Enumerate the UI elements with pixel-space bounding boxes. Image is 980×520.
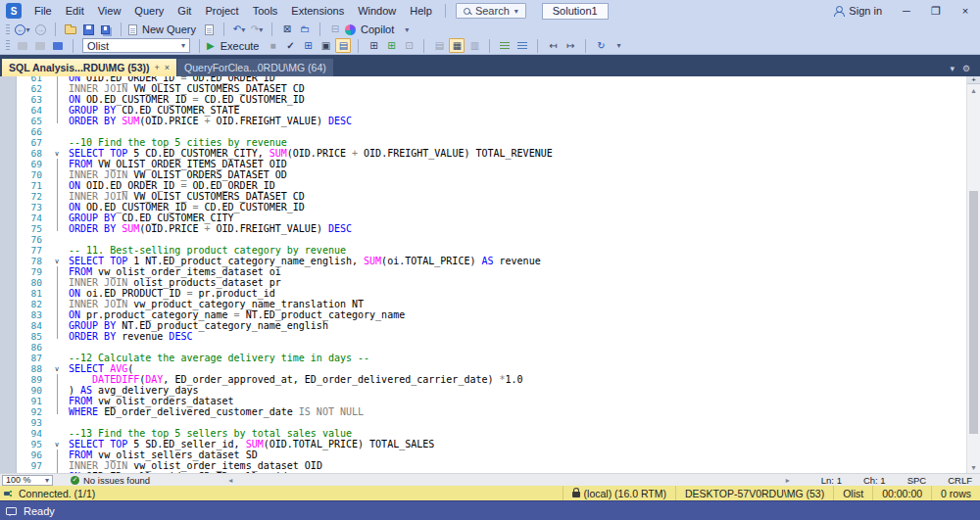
scroll-right-arrow[interactable]: ▸ [786, 476, 790, 485]
code-line-70[interactable]: INNER JOIN VW_OLIST_ORDERS_DATASET OD [69, 169, 965, 180]
code-line-76[interactable] [69, 234, 965, 245]
results-to-file-button[interactable]: ▥ [466, 38, 482, 53]
scroll-up-arrow[interactable]: ▲ [967, 84, 980, 96]
toolbar-grip[interactable] [6, 24, 10, 35]
disconnect-button[interactable] [32, 38, 48, 53]
copilot-button[interactable] [345, 23, 356, 37]
code-line-89[interactable]: DATEDIFF(DAY, ED_order_approved_at, ED_o… [69, 374, 965, 385]
connect-button[interactable] [15, 38, 30, 53]
code-line-68[interactable]: SELECT TOP 5 CD.ED_CUSTOMER_CITY, SUM(OI… [69, 148, 965, 159]
fold-collapse-icon[interactable]: ∨ [52, 363, 62, 374]
panel-layout-button[interactable]: ⊟ [327, 23, 343, 37]
zoom-selector[interactable]: 100 % ▾ [2, 475, 53, 486]
new-query-button[interactable] [128, 23, 137, 37]
code-content[interactable]: ON OID.ED_ORDER_ID = OD.ED_ORDER_IDINNER… [69, 76, 965, 473]
splitter-handle[interactable]: + [967, 76, 980, 84]
code-line-77[interactable]: -- 11. Best-selling product category by … [69, 245, 965, 256]
menu-item-edit[interactable]: Edit [59, 0, 91, 22]
sign-in-button[interactable]: Sign in [823, 5, 892, 17]
menu-item-file[interactable]: File [27, 0, 59, 22]
comment-selection-button[interactable] [497, 38, 513, 53]
menu-item-view[interactable]: View [91, 0, 128, 22]
close-button[interactable]: × [951, 0, 980, 22]
uncomment-selection-button[interactable] [514, 38, 530, 53]
code-line-78[interactable]: SELECT TOP 1 NT.ED_product_category_name… [69, 256, 965, 266]
code-line-80[interactable]: INNER JOIN olist_products_dataset pr [69, 277, 965, 288]
code-line-69[interactable]: FROM VW_OLIST_ORDER_ITEMS_DATASET OID [69, 159, 965, 169]
fold-collapse-icon[interactable]: ∨ [52, 148, 62, 159]
code-line-63[interactable]: ON OD.ED_CUSTOMER_ID = CD.ED_CUSTOMER_ID [69, 94, 965, 105]
toolbar-grip[interactable] [6, 40, 10, 51]
code-line-93[interactable] [69, 417, 965, 428]
include-actual-plan-button[interactable]: ⊞ [366, 38, 381, 53]
vertical-scrollbar-thumb[interactable] [969, 191, 978, 434]
execute-label[interactable]: Execute [216, 40, 265, 52]
code-line-90[interactable]: ) AS avg_delivery_days [69, 385, 965, 396]
code-line-96[interactable]: FROM vw_olist_sellers_dataset SD [69, 449, 965, 460]
live-query-statistics-button[interactable]: ⊞ [383, 38, 399, 53]
navigate-forward-button[interactable]: → [32, 23, 48, 37]
code-line-92[interactable]: WHERE ED_order_delivered_customer_date I… [69, 406, 965, 417]
increase-indent-button[interactable]: ↦ [563, 38, 578, 53]
open-query-button[interactable] [201, 23, 217, 37]
code-line-75[interactable]: ORDER BY SUM(OID.PRICE + OID.FREIGHT_VAL… [69, 223, 965, 234]
parse-button[interactable]: ✓ [282, 38, 298, 53]
results-to-text-button[interactable]: ▤ [431, 38, 447, 53]
navigate-back-button[interactable]: ←▾ [15, 23, 30, 37]
query-options-button[interactable]: ▣ [318, 38, 333, 53]
document-tab-2[interactable]: QueryForClea...0RDU\MG (64) [177, 59, 333, 76]
copilot-label[interactable]: Copilot [357, 24, 398, 35]
menu-item-project[interactable]: Project [198, 0, 245, 22]
code-line-61[interactable]: ON OID.ED_ORDER_ID = OD.ED_ORDER_ID [69, 76, 965, 83]
toolbar-overflow-button[interactable]: ▾ [399, 23, 415, 37]
code-line-95[interactable]: SELECT TOP 5 SD.ED_seller_id, SUM(OID.TO… [69, 439, 965, 449]
code-line-65[interactable]: ORDER BY SUM(OID.PRICE + OID.FREIGHT_VAL… [69, 116, 965, 126]
window-options-icon[interactable]: ⚙ [962, 64, 970, 73]
code-line-98[interactable]: ON OID.ED_seller_id = SD.ED_seller_id [69, 471, 965, 473]
code-line-84[interactable]: GROUP BY NT.ED_product_category_name_eng… [69, 320, 965, 331]
maximize-button[interactable]: ❐ [921, 0, 951, 22]
database-selector[interactable]: Olist ▾ [82, 38, 190, 53]
horizontal-scrollbar[interactable]: ◂ ▸ [228, 476, 790, 485]
code-line-67[interactable]: --10 Find the top 5 cities by revenue [69, 137, 965, 148]
undo-button[interactable]: ↶▾ [231, 23, 247, 37]
menu-item-query[interactable]: Query [127, 0, 171, 22]
code-line-62[interactable]: INNER JOIN VW_OLIST_CUSTOMERS_DATASET CD [69, 83, 965, 94]
menu-item-tools[interactable]: Tools [246, 0, 285, 22]
code-line-71[interactable]: ON OID.ED_ORDER_ID = OD.ED_ORDER_ID [69, 180, 965, 191]
toolbar-overflow-button[interactable]: ▾ [611, 38, 626, 53]
minimize-button[interactable]: ─ [892, 0, 921, 22]
change-connection-button[interactable] [50, 38, 66, 53]
menu-item-window[interactable]: Window [351, 0, 403, 22]
cancel-query-button[interactable]: ■ [265, 38, 280, 53]
open-file-button[interactable] [63, 23, 78, 37]
code-line-74[interactable]: GROUP BY CD.ED_CUSTOMER_CITY [69, 213, 965, 223]
fold-collapse-icon[interactable]: ∨ [52, 439, 62, 449]
close-tab-icon[interactable]: × [165, 63, 170, 72]
scroll-left-arrow[interactable]: ◂ [228, 476, 232, 485]
results-to-grid-button[interactable]: ▦ [449, 38, 465, 53]
document-health-indicator[interactable]: ✓ No issues found [71, 475, 150, 486]
code-line-87[interactable]: --12 Calculate the average delivery time… [69, 353, 965, 363]
redo-button[interactable]: ↷▾ [249, 23, 265, 37]
save-all-button[interactable] [98, 23, 114, 37]
feedback-icon[interactable] [6, 507, 17, 515]
decrease-indent-button[interactable]: ↤ [545, 38, 561, 53]
code-line-83[interactable]: ON pr.product_category_name = NT.ED_prod… [69, 309, 965, 320]
code-line-72[interactable]: INNER JOIN VW_OLIST_CUSTOMERS_DATASET CD [69, 191, 965, 202]
script-options-button[interactable]: 🗀 [297, 23, 313, 37]
pin-tab-icon[interactable]: + [155, 63, 160, 72]
activity-monitor-button[interactable]: ⊠ [279, 23, 295, 37]
code-line-88[interactable]: SELECT AVG( [69, 363, 965, 374]
client-statistics-button[interactable]: ⊡ [401, 38, 416, 53]
scroll-down-arrow[interactable]: ▼ [967, 461, 980, 473]
solution-name[interactable]: Solution1 [542, 3, 609, 20]
search-box[interactable]: Search ▾ [456, 3, 526, 19]
display-estimated-plan-button[interactable]: ⊞ [300, 38, 316, 53]
fold-collapse-icon[interactable]: ∨ [52, 256, 62, 266]
code-line-91[interactable]: FROM vw_olist_orders_dataset [69, 396, 965, 406]
intellisense-enabled-button[interactable]: ▤ [335, 38, 351, 53]
code-line-86[interactable] [69, 342, 965, 353]
code-line-85[interactable]: ORDER BY revenue DESC [69, 331, 965, 342]
template-parameters-button[interactable]: ↻ [593, 38, 609, 53]
